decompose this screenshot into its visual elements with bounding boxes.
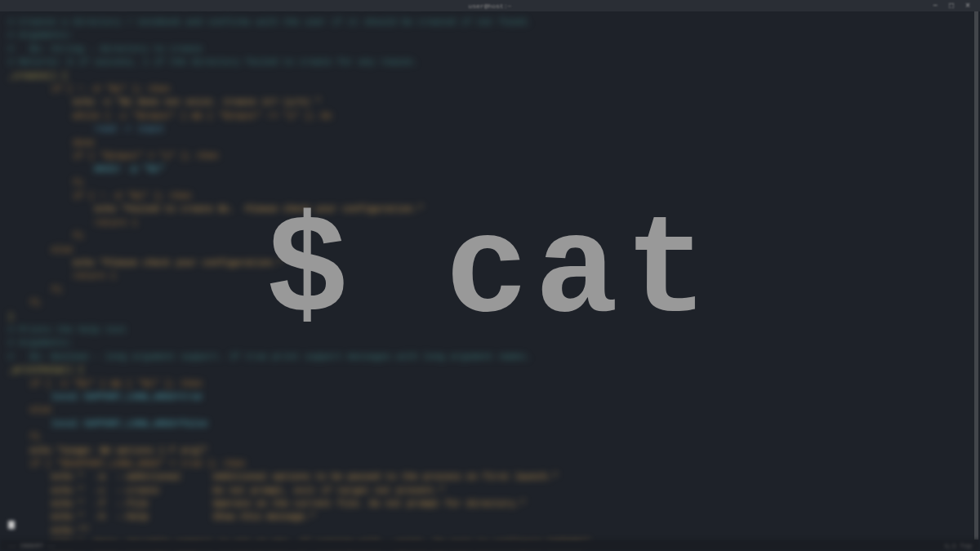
window-titlebar: user@host:~ − □ × <box>0 0 980 11</box>
code-line: if [ "$input" = "y" ]; then <box>8 150 972 162</box>
maximize-icon[interactable]: □ <box>949 2 956 8</box>
code-line: # Arguments: <box>8 29 972 42</box>
command-text: cat <box>445 193 715 351</box>
code-line: if [ "$SUPPORT_LONG_ARGS" = true ]; then <box>8 458 972 470</box>
cursor-indicator <box>8 521 15 529</box>
code-line: else <box>8 404 972 416</box>
code-line: while [ -z "$input" ] && [ "$input" != "… <box>8 110 972 122</box>
code-line: echo " -h --help Show this message." <box>8 511 972 523</box>
close-icon[interactable]: × <box>965 2 972 8</box>
code-line: if [ -n "$1" ] && [ "$1" ]; then <box>8 378 972 390</box>
statusbar-mode: -- INSERT -- <box>8 542 56 549</box>
code-line: echo "Usage: $0 options [-f arg]" <box>8 445 972 457</box>
statusbar-position: 1,1 Top <box>944 542 972 549</box>
code-line: local SUPPORT_LONG_ARGS=false <box>8 418 972 430</box>
code-line: # $1: Boolean - long argument support. I… <box>8 351 972 363</box>
code-line: echo "" <box>8 525 972 537</box>
minimize-icon[interactable]: − <box>933 2 939 8</box>
window-title: user@host:~ <box>469 2 512 10</box>
code-line: # Creates a directory / notebook and con… <box>8 16 972 29</box>
code-line: if [ ! -d "$1" ]; then <box>8 83 972 96</box>
command-overlay: $ cat <box>265 193 715 351</box>
code-line: echo " -c --create Do not prompt, exit i… <box>8 485 972 497</box>
code-line: echo -n "$1 does not exist. Create it? (… <box>8 96 972 109</box>
code-line: echo " -f --file Operate on the current … <box>8 498 972 510</box>
statusbar: -- INSERT -- 1,1 Top <box>0 540 980 551</box>
code-line: read -r input <box>8 123 972 136</box>
code-line: _create() { <box>8 70 972 82</box>
code-line: # Returns: 0 if success, 1 if the direct… <box>8 56 972 69</box>
code-line: echo " -a --additional Additional option… <box>8 471 972 483</box>
code-line: fi <box>8 431 972 443</box>
prompt-symbol: $ <box>265 193 355 351</box>
code-line: _printhelp() { <box>8 364 972 376</box>
window-controls: − □ × <box>933 2 972 8</box>
code-line: done <box>8 137 972 149</box>
code-line: local SUPPORT_LONG_ARGS=true <box>8 391 972 403</box>
code-line: mkdir -p "$1" <box>8 163 972 176</box>
code-line: # $1: String - directory to create <box>8 43 972 56</box>
code-line: fi <box>8 177 972 189</box>
scrollbar[interactable] <box>974 11 978 540</box>
scrollbar-thumb[interactable] <box>974 11 978 540</box>
